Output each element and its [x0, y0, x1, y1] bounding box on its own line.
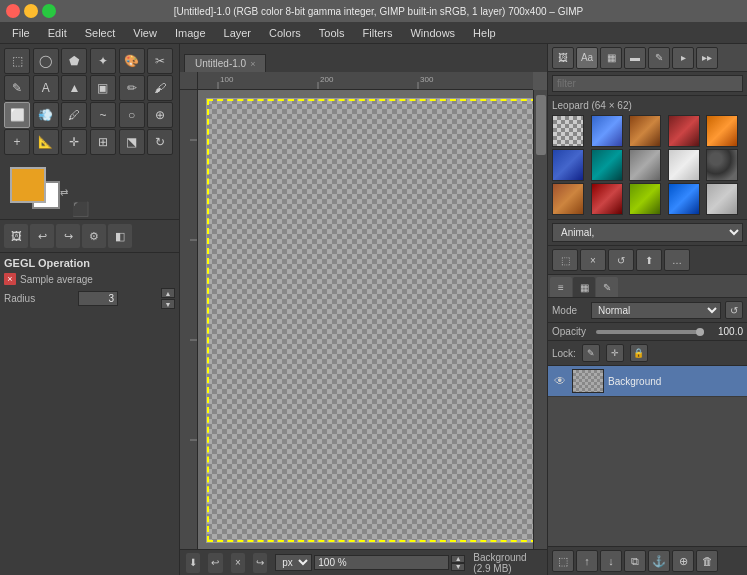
- pattern-thumb-3[interactable]: [629, 115, 661, 147]
- pattern-thumb-13[interactable]: [629, 183, 661, 215]
- tool-eraser[interactable]: ⬜: [4, 102, 30, 128]
- tool-rect-select[interactable]: ⬚: [4, 48, 30, 74]
- canvas-vertical-scrollbar[interactable]: [533, 90, 547, 561]
- pattern-thumb-4[interactable]: [668, 115, 700, 147]
- tool-align[interactable]: ⊞: [90, 129, 116, 155]
- layer-merge-button[interactable]: ⊕: [672, 550, 694, 572]
- tool-fuzzy-select[interactable]: ✦: [90, 48, 116, 74]
- tool-heal[interactable]: +: [4, 129, 30, 155]
- tool-paintbrush[interactable]: 🖌: [147, 75, 173, 101]
- layer-visibility-icon[interactable]: 👁: [552, 373, 568, 389]
- tool-fill[interactable]: ▲: [61, 75, 87, 101]
- menu-colors[interactable]: Colors: [261, 25, 309, 41]
- layer-anchor-button[interactable]: ⚓: [648, 550, 670, 572]
- layer-duplicate-button[interactable]: ⧉: [624, 550, 646, 572]
- pattern-thumb-2[interactable]: [591, 115, 623, 147]
- mode-reset-button[interactable]: ↺: [725, 301, 743, 319]
- pattern-export-button[interactable]: ⬆: [636, 249, 662, 271]
- menu-file[interactable]: File: [4, 25, 38, 41]
- layer-tab-channels[interactable]: ▦: [573, 277, 595, 297]
- pattern-thumb-14[interactable]: [668, 183, 700, 215]
- pattern-thumb-10[interactable]: [706, 149, 738, 181]
- tool-crop[interactable]: ⬔: [119, 129, 145, 155]
- tool-scissors[interactable]: ✂: [147, 48, 173, 74]
- blend-mode-select[interactable]: Normal: [591, 302, 721, 319]
- zoom-input[interactable]: [314, 555, 449, 570]
- undo-history-icon[interactable]: ↩: [30, 224, 54, 248]
- tool-clone[interactable]: ⊕: [147, 102, 173, 128]
- tool-text[interactable]: A: [33, 75, 59, 101]
- layer-down-button[interactable]: ↓: [600, 550, 622, 572]
- tool-dodge[interactable]: ○: [119, 102, 145, 128]
- filter-input[interactable]: [552, 75, 743, 92]
- panel-images-icon[interactable]: 🖼: [552, 47, 574, 69]
- tool-free-select[interactable]: ⬟: [61, 48, 87, 74]
- tool-select-by-color[interactable]: 🎨: [119, 48, 145, 74]
- canvas-tab-untitled[interactable]: Untitled-1.0 ×: [184, 54, 266, 72]
- menu-filters[interactable]: Filters: [355, 25, 401, 41]
- pattern-thumb-15[interactable]: [706, 183, 738, 215]
- panel-patterns-icon[interactable]: ▦: [600, 47, 622, 69]
- menu-edit[interactable]: Edit: [40, 25, 75, 41]
- panel-brushes-icon[interactable]: Aa: [576, 47, 598, 69]
- tool-move[interactable]: ✛: [61, 129, 87, 155]
- pattern-thumb-12[interactable]: [591, 183, 623, 215]
- tool-airbrush[interactable]: 💨: [33, 102, 59, 128]
- reset-colors-button[interactable]: ⬛: [72, 201, 89, 217]
- lock-position-button[interactable]: ✛: [606, 344, 624, 362]
- pattern-thumb-8[interactable]: [629, 149, 661, 181]
- maximize-button[interactable]: [42, 4, 56, 18]
- tool-smudge[interactable]: ~: [90, 102, 116, 128]
- status-icon-1[interactable]: ⬇: [186, 553, 200, 573]
- zoom-up-button[interactable]: ▲: [451, 555, 465, 563]
- pattern-more-button[interactable]: …: [664, 249, 690, 271]
- status-undo-icon[interactable]: ↩: [208, 553, 222, 573]
- layer-delete-button[interactable]: 🗑: [696, 550, 718, 572]
- pattern-edit-button[interactable]: ↺: [608, 249, 634, 271]
- status-redo2-icon[interactable]: ↪: [253, 553, 267, 573]
- layer-tab-layers[interactable]: ≡: [550, 277, 572, 297]
- menu-windows[interactable]: Windows: [402, 25, 463, 41]
- foreground-color[interactable]: [10, 167, 46, 203]
- gegl-close-button[interactable]: ×: [4, 273, 16, 285]
- pattern-thumb-9[interactable]: [668, 149, 700, 181]
- lock-pixels-button[interactable]: ✎: [582, 344, 600, 362]
- layer-new-button[interactable]: ⬚: [552, 550, 574, 572]
- tool-measure[interactable]: 📐: [33, 129, 59, 155]
- pattern-thumb-7[interactable]: [591, 149, 623, 181]
- preferences-icon[interactable]: ⚙: [82, 224, 106, 248]
- menu-view[interactable]: View: [125, 25, 165, 41]
- vscroll-thumb[interactable]: [536, 95, 546, 155]
- redo-icon[interactable]: ↪: [56, 224, 80, 248]
- radius-down-button[interactable]: ▼: [161, 299, 175, 309]
- pattern-thumb-11[interactable]: [552, 183, 584, 215]
- expand-icon[interactable]: ◧: [108, 224, 132, 248]
- new-image-icon[interactable]: 🖼: [4, 224, 28, 248]
- pattern-refresh-button[interactable]: ⬚: [552, 249, 578, 271]
- layer-up-button[interactable]: ↑: [576, 550, 598, 572]
- minimize-button[interactable]: [24, 4, 38, 18]
- pattern-delete-button[interactable]: ×: [580, 249, 606, 271]
- close-button[interactable]: [6, 4, 20, 18]
- tool-pencil[interactable]: ✏: [119, 75, 145, 101]
- layer-item-background[interactable]: 👁 Background: [548, 366, 747, 397]
- panel-gradients-icon[interactable]: ▬: [624, 47, 646, 69]
- menu-image[interactable]: Image: [167, 25, 214, 41]
- menu-help[interactable]: Help: [465, 25, 504, 41]
- menu-layer[interactable]: Layer: [216, 25, 260, 41]
- unit-select[interactable]: px: [275, 554, 312, 571]
- swap-colors-button[interactable]: ⇄: [60, 187, 68, 198]
- panel-more-icon[interactable]: ▸▸: [696, 47, 718, 69]
- tool-blend[interactable]: ▣: [90, 75, 116, 101]
- tool-transform[interactable]: ↻: [147, 129, 173, 155]
- layer-tab-paths[interactable]: ✎: [596, 277, 618, 297]
- pattern-category-select[interactable]: Animal,: [552, 223, 743, 242]
- panel-pencil-icon[interactable]: ✎: [648, 47, 670, 69]
- menu-tools[interactable]: Tools: [311, 25, 353, 41]
- canvas-tab-close[interactable]: ×: [250, 59, 255, 69]
- zoom-down-button[interactable]: ▼: [451, 563, 465, 571]
- gegl-radius-input[interactable]: [78, 291, 118, 306]
- radius-up-button[interactable]: ▲: [161, 288, 175, 298]
- pattern-thumb-1[interactable]: [552, 115, 584, 147]
- opacity-slider[interactable]: [596, 330, 704, 334]
